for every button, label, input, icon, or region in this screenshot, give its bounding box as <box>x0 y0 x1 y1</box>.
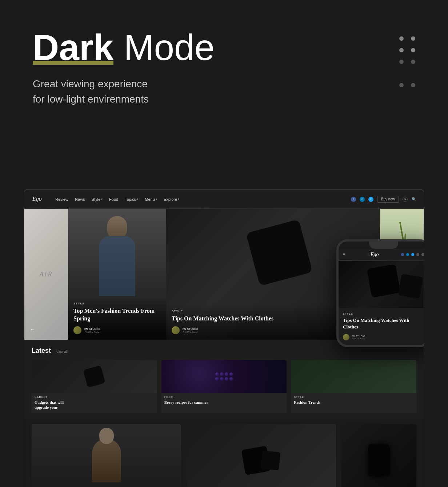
author-name: IW STUDIO <box>84 327 100 331</box>
secondary-author-time: 7 DAYS AGO <box>183 331 198 333</box>
mobile-article-category: STYLE <box>343 312 424 315</box>
back-arrow-icon: ← <box>30 327 35 332</box>
dots-decoration <box>399 36 415 87</box>
berry-2 <box>220 372 224 376</box>
hero-title-light: Mode <box>124 27 215 68</box>
article-left-small[interactable]: AIR ← <box>24 209 68 340</box>
mobile-menu-icon: ≡ <box>343 252 345 257</box>
gadget-card-img <box>341 424 416 487</box>
berry-4 <box>229 372 233 376</box>
dot-2 <box>411 36 415 41</box>
article-main-title: Top Men's Fashion Trends From Spring <box>73 307 161 323</box>
author-avatar <box>73 326 81 334</box>
article-main[interactable]: STYLE Top Men's Fashion Trends From Spri… <box>68 209 166 340</box>
buy-now-button[interactable]: Buy now <box>377 196 399 203</box>
dot-3 <box>399 48 404 52</box>
nav-review[interactable]: Review <box>55 197 68 201</box>
nav-topics[interactable]: Topics ▾ <box>125 197 138 201</box>
mobile-mockup: ≡ | Ego <box>336 239 424 347</box>
mobile-tw-icon <box>411 253 414 256</box>
article-main-author: IW STUDIO 7 DAYS AGO <box>73 326 161 334</box>
nav-links: Review News Style ▾ Food Topics ▾ Menu ▾… <box>55 197 351 201</box>
logo: Ego <box>32 194 46 204</box>
gadget-card-category: GADGET <box>35 396 154 398</box>
food-card-title: Berry recipes for summer <box>164 400 284 405</box>
mobile-author-avatar <box>343 334 349 340</box>
mobile-nav: ≡ | Ego <box>339 249 424 261</box>
article-main-category: STYLE <box>73 302 161 305</box>
berry-3 <box>225 372 228 376</box>
twitter-icon[interactable]: t <box>368 197 373 202</box>
latest-card-3[interactable]: STYLE Fashion Trends <box>291 360 416 413</box>
nav-menu[interactable]: Menu ▾ <box>145 197 157 201</box>
mobile-search-icon <box>421 253 424 256</box>
secondary-author-avatar <box>172 326 180 334</box>
berry-6 <box>220 377 224 381</box>
svg-text:Ego: Ego <box>32 196 42 202</box>
mobile-nav-icons <box>401 253 424 256</box>
facebook-icon[interactable]: f <box>351 197 356 202</box>
nav-explore[interactable]: Explore ▾ <box>164 197 179 201</box>
browser-mockup: Ego Review News Style ▾ Food Topics ▾ Me… <box>24 189 424 487</box>
content-area: AIR ← STYLE Top Men's Fashion Trends Fro… <box>24 209 424 340</box>
blueberries-image <box>161 360 287 393</box>
mobile-in-icon <box>406 253 409 256</box>
mobile-fb-icon <box>401 253 404 256</box>
hero-subtitle: Great viewing experience for low-light e… <box>33 76 251 107</box>
dot-9 <box>399 83 404 87</box>
berry-cluster <box>215 372 233 381</box>
latest-grid: GADGET Gadgets that will upgrade your <box>32 360 416 413</box>
dot-4 <box>411 48 415 52</box>
berry-1 <box>215 372 219 376</box>
mobile-notch <box>369 241 398 249</box>
latest-card-food[interactable]: FOOD Berry recipes for summer <box>161 360 287 413</box>
browser-container: Ego Review News Style ▾ Food Topics ▾ Me… <box>24 189 424 487</box>
gadget-card-subtitle: upgrade your <box>35 405 154 410</box>
theme-toggle-icon[interactable]: ☀ <box>403 197 408 202</box>
card3-title: Fashion Trends <box>294 400 413 405</box>
tips-card[interactable]: STYLE Tips On Matching Watches With Clot… <box>187 424 336 487</box>
berry-8 <box>229 377 233 381</box>
mobile-author: IW STUDIO 7 DAYS AGO <box>343 334 424 340</box>
secondary-author-text: IW STUDIO 7 DAYS AGO <box>183 327 198 333</box>
latest-header: Latest View all <box>32 347 416 355</box>
mobile-author-name: IW STUDIO <box>352 335 365 338</box>
berry-5 <box>215 377 219 381</box>
food-card-content: FOOD Berry recipes for summer <box>161 393 287 408</box>
fashion-card-large[interactable]: STYLE Top Men's Fashion Trends <box>32 424 181 487</box>
mobile-author-time: 7 DAYS AGO <box>352 338 365 340</box>
gadget-card-content: GADGET Gadgets that will upgrade your <box>32 393 157 413</box>
author-time: 7 DAYS AGO <box>84 331 100 333</box>
mobile-content-image <box>339 261 424 308</box>
gadget-card-image <box>32 360 157 393</box>
berry-7 <box>225 377 228 381</box>
mobile-dark-card <box>367 264 401 298</box>
food-card-image <box>161 360 287 393</box>
mobile-logo: Ego <box>371 252 379 258</box>
nav-news[interactable]: News <box>75 197 85 201</box>
view-all-link[interactable]: View all <box>56 350 68 354</box>
dot-1 <box>399 36 404 41</box>
card3-content: STYLE Fashion Trends <box>291 393 416 408</box>
nav-food[interactable]: Food <box>109 197 118 201</box>
linkedin-icon[interactable]: in <box>360 197 365 202</box>
author-text: IW STUDIO 7 DAYS AGO <box>84 327 100 333</box>
article-main-overlay: STYLE Top Men's Fashion Trends From Spri… <box>68 296 166 340</box>
mobile-article-title: Tips On Matching Watches With Clothes <box>343 317 424 330</box>
hero-section: Dark Mode Great viewing experience for l… <box>0 0 448 189</box>
latest-section: Latest View all GADGET Gadgets that will… <box>24 340 424 419</box>
logo-area: Ego <box>32 194 46 204</box>
dot-6 <box>411 60 415 64</box>
latest-title: Latest <box>32 347 51 355</box>
latest-card-gadget[interactable]: GADGET Gadgets that will upgrade your <box>32 360 157 413</box>
nav-bar: Ego Review News Style ▾ Food Topics ▾ Me… <box>24 190 424 209</box>
food-card-category: FOOD <box>164 396 284 398</box>
nav-style[interactable]: Style ▾ <box>92 197 103 201</box>
air-image: AIR <box>24 209 68 340</box>
fashion-card-image <box>32 424 181 487</box>
gadget-card[interactable]: Gadgets that will <box>341 424 416 487</box>
gadget-card-title: Gadgets that will <box>35 400 154 405</box>
search-icon[interactable]: 🔍 <box>411 197 416 202</box>
mobile-author-info: IW STUDIO 7 DAYS AGO <box>352 335 365 340</box>
mobile-theme-icon <box>416 253 419 256</box>
